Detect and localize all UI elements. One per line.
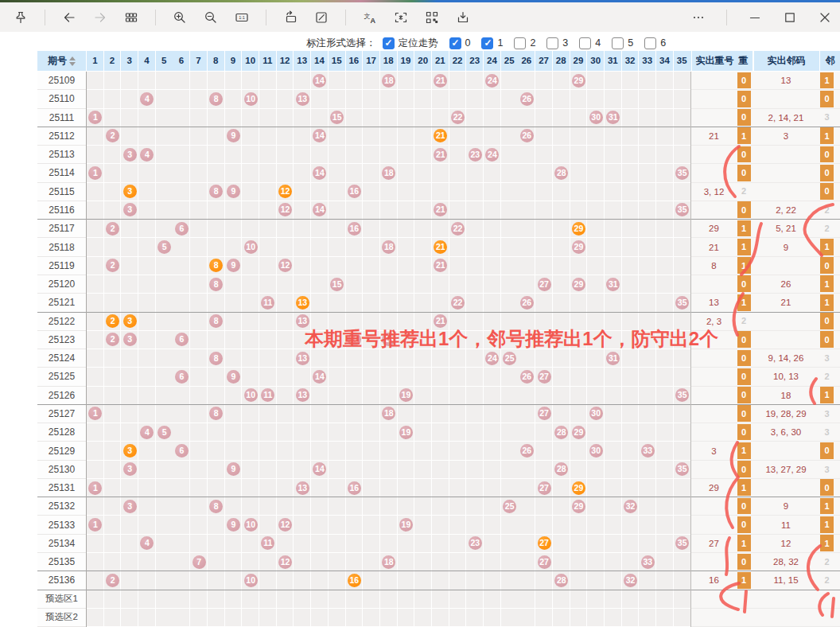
pin-icon[interactable] bbox=[14, 10, 28, 25]
repeat-count-cell: 1 bbox=[737, 442, 751, 459]
neighbor-count-cell: 3 bbox=[820, 405, 834, 422]
checkbox-定位走势-checked[interactable] bbox=[383, 37, 395, 49]
neighbor-count-cell: 1 bbox=[820, 239, 834, 255]
neighbor-nums-value: 11, 15 bbox=[753, 571, 819, 589]
stats-zone: 02, 222 bbox=[691, 201, 840, 220]
neighbor-count-cell: 0 bbox=[820, 146, 834, 163]
ball-33: 33 bbox=[641, 444, 655, 458]
stats-zone: 00 bbox=[691, 146, 840, 164]
ball-8: 8 bbox=[209, 92, 223, 106]
ball-24: 24 bbox=[485, 74, 499, 88]
ball-28: 28 bbox=[554, 426, 568, 439]
more-icon[interactable] bbox=[691, 10, 706, 25]
grid-view-icon[interactable] bbox=[124, 10, 138, 25]
repeat-nums-value bbox=[691, 553, 737, 571]
table-row: 2512718182730019, 28, 293 bbox=[37, 405, 840, 423]
table-row: 2513238252932091 bbox=[37, 497, 840, 516]
neighbor-nums-value: 5, 21 bbox=[753, 220, 819, 237]
toolbar-divider bbox=[155, 10, 156, 25]
period-cell: 25113 bbox=[37, 146, 86, 164]
ball-3: 3 bbox=[123, 203, 137, 216]
hot-ball-13: 13 bbox=[296, 296, 309, 310]
neighbor-nums-value: 11 bbox=[753, 516, 819, 533]
period-header-label: 期号 bbox=[48, 54, 67, 68]
neighbor-nums-value: 13, 27, 29 bbox=[753, 461, 819, 478]
period-cell: 25115 bbox=[37, 183, 86, 201]
column-header-30: 30 bbox=[587, 51, 604, 71]
ball-15: 15 bbox=[330, 278, 344, 291]
neighbor-nums-value bbox=[753, 164, 819, 181]
ball-26: 26 bbox=[520, 296, 534, 310]
table-row: 251284519282903, 6, 303 bbox=[37, 423, 840, 442]
toolbar-divider bbox=[266, 10, 266, 25]
close-icon[interactable] bbox=[818, 10, 832, 25]
number-grid-cell: 36263033 bbox=[87, 442, 691, 460]
repeat-count-cell: 0 bbox=[737, 554, 751, 571]
stats-zone: 2910 bbox=[691, 479, 840, 497]
table-row: 2512610111319350181 bbox=[37, 387, 840, 405]
ball-21: 21 bbox=[434, 74, 447, 88]
minimize-icon[interactable] bbox=[748, 10, 762, 25]
checkbox-4-unchecked[interactable] bbox=[579, 37, 591, 49]
stats-zone: 03, 6, 303 bbox=[691, 423, 840, 442]
repeat-nums-value bbox=[691, 461, 737, 478]
period-cell: 25136 bbox=[37, 571, 86, 590]
table-row: 251208152729310261 bbox=[37, 275, 840, 294]
hot-ball-21: 21 bbox=[434, 240, 447, 254]
period-cell: 25126 bbox=[37, 387, 86, 405]
ocr-icon[interactable] bbox=[394, 10, 408, 25]
ball-8: 8 bbox=[209, 278, 223, 291]
repeat-count-cell: 0 bbox=[737, 516, 751, 533]
ball-29: 29 bbox=[572, 426, 585, 439]
repeat-count-cell: 1 bbox=[737, 294, 751, 311]
stats-zone: 00 bbox=[691, 90, 840, 108]
neighbor-count-cell: 0 bbox=[820, 165, 834, 181]
checkbox-label: 3 bbox=[562, 37, 568, 49]
ball-19: 19 bbox=[399, 518, 413, 532]
actual-size-icon[interactable]: 1:1 bbox=[235, 10, 249, 25]
table-row: 2512936263033310 bbox=[37, 442, 840, 460]
number-grid-cell: 3891216 bbox=[87, 183, 691, 201]
back-icon[interactable] bbox=[62, 10, 76, 25]
checkbox-2-unchecked[interactable] bbox=[514, 37, 526, 49]
translate-icon[interactable]: 文A bbox=[363, 10, 377, 25]
period-cell: 25134 bbox=[37, 535, 86, 553]
table-row: 251122914212621131 bbox=[37, 127, 840, 146]
ball-31: 31 bbox=[606, 278, 620, 291]
repeat-nums-value: 27 bbox=[691, 535, 737, 552]
number-grid-cell: 411232735 bbox=[87, 535, 691, 553]
zoom-out-icon[interactable] bbox=[204, 10, 218, 25]
toolbar-divider bbox=[45, 10, 45, 25]
table-row: 2511631214213502, 222 bbox=[37, 201, 840, 220]
neighbor-count-cell: 0 bbox=[820, 183, 834, 200]
number-grid-cell: 815272931 bbox=[87, 275, 691, 294]
checkbox-0-checked[interactable] bbox=[449, 37, 461, 49]
ball-13: 13 bbox=[296, 481, 309, 495]
ball-10: 10 bbox=[244, 240, 258, 254]
number-grid-cell: 18182730 bbox=[87, 405, 691, 423]
repeat-count-cell: 0 bbox=[737, 368, 751, 385]
checkbox-5-unchecked[interactable] bbox=[612, 37, 624, 49]
save-icon[interactable] bbox=[456, 10, 470, 25]
number-grid-cell: 39142835 bbox=[87, 461, 691, 479]
repeat-count-cell: 0 bbox=[737, 72, 751, 89]
period-cell: 25135 bbox=[37, 553, 86, 571]
checkbox-6-unchecked[interactable] bbox=[644, 37, 656, 49]
forward-icon[interactable] bbox=[93, 10, 107, 25]
rotate-icon[interactable] bbox=[283, 10, 298, 25]
neighbor-count-cell: 1 bbox=[820, 387, 834, 403]
checkbox-3-unchecked[interactable] bbox=[546, 37, 558, 49]
sort-icon[interactable] bbox=[69, 56, 76, 66]
zoom-in-icon[interactable] bbox=[173, 10, 187, 25]
ball-13: 13 bbox=[296, 388, 309, 402]
hot-ball-29: 29 bbox=[572, 481, 585, 495]
neighbor-count-cell: 1 bbox=[820, 535, 834, 551]
table-row: 2513039142835013, 27, 293 bbox=[37, 461, 840, 479]
qr-code-icon[interactable] bbox=[425, 10, 439, 25]
edit-icon[interactable] bbox=[314, 10, 329, 25]
ball-16: 16 bbox=[348, 222, 361, 236]
number-grid-cell: 34212324 bbox=[87, 146, 691, 164]
maximize-icon[interactable] bbox=[783, 10, 797, 25]
checkbox-1-checked[interactable] bbox=[481, 37, 493, 49]
ball-31: 31 bbox=[606, 111, 620, 124]
